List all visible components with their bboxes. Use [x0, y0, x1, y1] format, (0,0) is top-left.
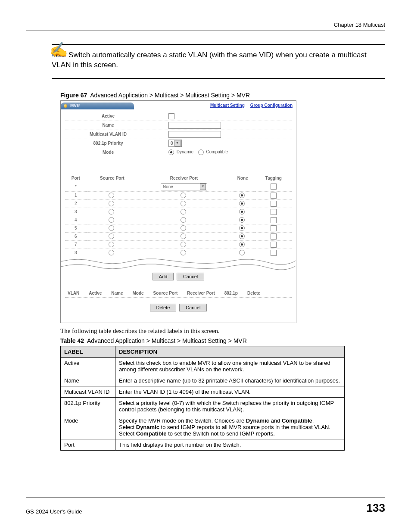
- def-label: 802.1p Priority: [61, 397, 115, 415]
- none-radio[interactable]: [239, 242, 245, 247]
- note-icon: ✍: [50, 42, 68, 57]
- none-radio[interactable]: [239, 193, 245, 198]
- receiver-radio[interactable]: [181, 193, 186, 198]
- footer-guide: GS-2024 User's Guide: [26, 508, 82, 515]
- def-desc: Select a priority level (0-7) with which…: [115, 397, 345, 415]
- port-row: 8: [65, 249, 292, 257]
- source-radio[interactable]: [109, 233, 114, 239]
- port-num: 2: [65, 199, 87, 208]
- mode-t2: and: [269, 417, 282, 424]
- figure-caption-text: Advanced Application > Multicast > Multi…: [90, 92, 250, 99]
- sum-receiver: Receiver Port: [187, 291, 215, 296]
- receiver-radio[interactable]: [181, 233, 186, 239]
- label-name: Name: [65, 123, 151, 128]
- mode-compatible-label: Compatible: [206, 150, 228, 155]
- mode-dynamic-label: Dynamic: [177, 150, 193, 155]
- active-checkbox[interactable]: [168, 113, 174, 119]
- sum-active: Active: [89, 291, 102, 296]
- figure-label: Figure 67: [60, 92, 87, 99]
- port-num: 6: [65, 232, 87, 240]
- add-button[interactable]: Add: [153, 273, 174, 280]
- note-rule-top: [52, 44, 385, 48]
- tagging-checkbox[interactable]: [271, 233, 277, 240]
- def-row: Port This field displays the port number…: [61, 439, 345, 450]
- th-tagging: Tagging: [255, 174, 292, 182]
- footer-page-number: 133: [367, 501, 385, 515]
- tagging-checkbox[interactable]: [271, 217, 277, 223]
- dropdown-arrow-icon: ▼: [174, 140, 181, 146]
- mode-compatible-radio[interactable]: [198, 149, 204, 155]
- link-group-configuration[interactable]: Group Configuration: [250, 103, 293, 108]
- vlan-id-input[interactable]: [168, 131, 221, 138]
- cancel-button[interactable]: Cancel: [177, 273, 204, 280]
- source-radio[interactable]: [109, 250, 114, 255]
- star-tagging-checkbox[interactable]: [271, 184, 277, 190]
- row-name: Name: [65, 121, 292, 130]
- cancel-button-2[interactable]: Cancel: [179, 304, 207, 311]
- def-label: Multicast VLAN ID: [61, 386, 115, 397]
- star-cell: *: [65, 182, 87, 191]
- link-multicast-setting[interactable]: Multicast Setting: [210, 103, 245, 108]
- screenshot: MVR Multicast Setting Group Configuratio…: [60, 100, 296, 323]
- receiver-radio[interactable]: [181, 217, 186, 223]
- mode-b1: Dynamic: [246, 417, 269, 424]
- def-label: Mode: [61, 415, 115, 439]
- row-mode: Mode Dynamic Compatible: [65, 148, 292, 157]
- tagging-checkbox[interactable]: [271, 242, 277, 248]
- sum-name: Name: [111, 291, 123, 296]
- tagging-checkbox[interactable]: [271, 225, 277, 231]
- source-radio[interactable]: [109, 217, 114, 223]
- port-row: 1: [65, 191, 292, 199]
- mode-b3: Dynamic: [136, 424, 159, 430]
- following-text: The following table describes the relate…: [60, 327, 385, 335]
- receiver-radio[interactable]: [181, 225, 186, 231]
- name-input[interactable]: [168, 122, 221, 129]
- source-radio[interactable]: [109, 209, 114, 215]
- source-radio[interactable]: [109, 201, 114, 206]
- def-desc: This field displays the port number on t…: [115, 439, 345, 450]
- def-label: Name: [61, 375, 115, 386]
- mvr-tab-label: MVR: [70, 103, 80, 108]
- top-rule: [26, 31, 385, 31]
- port-table: Port Source Port Receiver Port None Tagg…: [65, 174, 292, 257]
- mode-b4: Compatible: [136, 430, 167, 437]
- mode-dynamic-radio[interactable]: [168, 149, 174, 155]
- screenshot-tabbar: MVR Multicast Setting Group Configuratio…: [61, 101, 296, 109]
- th-port: Port: [65, 174, 87, 182]
- tagging-checkbox[interactable]: [271, 193, 277, 199]
- none-radio[interactable]: [239, 250, 245, 255]
- source-radio[interactable]: [109, 193, 114, 198]
- note-text: Your Switch automatically creates a stat…: [52, 50, 385, 70]
- none-radio[interactable]: [239, 201, 245, 206]
- none-radio[interactable]: [239, 209, 245, 215]
- sum-8021p: 802.1p: [224, 291, 238, 296]
- sum-delete: Delete: [247, 291, 260, 296]
- sum-vlan: VLAN: [68, 291, 79, 296]
- delete-cancel-buttons: Delete Cancel: [65, 304, 292, 311]
- source-radio[interactable]: [109, 242, 114, 247]
- tagging-checkbox[interactable]: [271, 209, 277, 215]
- star-select[interactable]: None ▼: [161, 183, 207, 190]
- mode-t4: Select: [119, 424, 136, 430]
- sum-mode: Mode: [133, 291, 144, 296]
- priority-select[interactable]: 0 ▼: [168, 140, 182, 147]
- none-radio[interactable]: [239, 225, 245, 231]
- receiver-radio[interactable]: [181, 209, 186, 215]
- port-num: 7: [65, 240, 87, 249]
- port-row: 4: [65, 216, 292, 224]
- none-radio[interactable]: [239, 233, 245, 239]
- table-caption: Table 42 Advanced Application > Multicas…: [60, 337, 385, 344]
- source-radio[interactable]: [109, 225, 114, 231]
- tagging-checkbox[interactable]: [271, 201, 277, 207]
- mode-t5: to send IGMP reports to all MVR source p…: [159, 424, 330, 430]
- none-radio[interactable]: [239, 217, 245, 223]
- def-desc: Enter the VLAN ID (1 to 4094) of the mul…: [115, 386, 345, 397]
- tagging-checkbox[interactable]: [271, 250, 277, 256]
- delete-button[interactable]: Delete: [150, 304, 177, 311]
- def-desc: Select this check box to enable MVR to a…: [115, 357, 345, 375]
- zigzag-break: [61, 257, 296, 270]
- mode-t3: .: [312, 417, 314, 424]
- receiver-radio[interactable]: [181, 201, 186, 206]
- receiver-radio[interactable]: [181, 250, 186, 255]
- receiver-radio[interactable]: [181, 242, 186, 247]
